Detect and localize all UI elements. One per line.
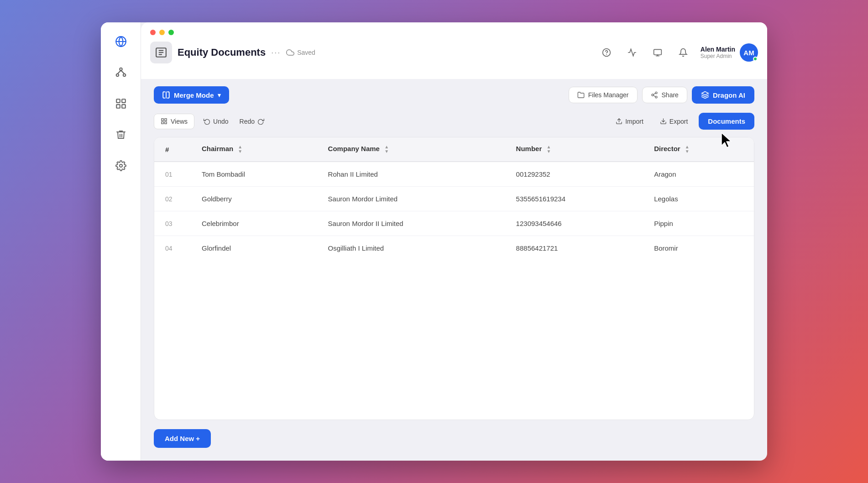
window-chrome: Equity Documents ··· Saved — [141, 22, 767, 79]
undo-label: Undo — [213, 118, 228, 125]
sort-icon-company: ▲▼ — [384, 145, 389, 154]
merge-mode-label: Merge Mode — [174, 91, 214, 99]
svg-rect-9 — [116, 105, 120, 108]
svg-point-11 — [120, 164, 122, 167]
table: # Chairman ▲▼ Company Name ▲▼ Number — [154, 137, 754, 260]
cell-director: Pippin — [643, 211, 754, 236]
export-icon — [660, 118, 667, 125]
activity-button[interactable] — [624, 44, 640, 61]
sort-icon-number: ▲▼ — [546, 145, 551, 154]
sort-icon-director: ▲▼ — [685, 145, 690, 154]
cell-number: 001292352 — [505, 162, 643, 187]
main-content: Equity Documents ··· Saved — [141, 22, 767, 461]
views-button[interactable]: Views — [154, 114, 194, 129]
undo-icon — [204, 118, 210, 125]
svg-rect-18 — [654, 49, 661, 55]
cell-number: 123093454646 — [505, 211, 643, 236]
toolbar2-left: Views Undo Redo — [154, 114, 266, 129]
col-header-chairman[interactable]: Chairman ▲▼ — [191, 137, 317, 162]
cell-num: 01 — [154, 162, 191, 187]
svg-rect-8 — [122, 99, 125, 103]
share-button[interactable]: Share — [642, 87, 687, 103]
page-body: Merge Mode ▾ Files Manager — [141, 79, 767, 461]
sidebar-item-globe[interactable] — [111, 31, 131, 52]
sidebar — [101, 22, 141, 461]
toolbar-right: Files Manager Share — [569, 86, 754, 104]
header-left: Equity Documents ··· Saved — [150, 42, 315, 63]
redo-button[interactable]: Redo — [238, 115, 266, 128]
redo-label: Redo — [240, 118, 255, 125]
header-right: Alen Martin Super Admin AM — [598, 43, 758, 62]
views-label: Views — [171, 118, 188, 125]
import-button[interactable]: Import — [610, 114, 649, 129]
save-status: Saved — [286, 48, 315, 57]
cell-number: 88856421721 — [505, 236, 643, 261]
col-header-number[interactable]: Number ▲▼ — [505, 137, 643, 162]
help-button[interactable] — [598, 44, 615, 61]
cell-chairman: Tom Bombadil — [191, 162, 317, 187]
table-row: 02 Goldberry Sauron Mordor Limited 53556… — [154, 187, 754, 211]
redo-icon — [257, 118, 264, 125]
cell-number: 5355651619234 — [505, 187, 643, 211]
export-button[interactable]: Export — [654, 114, 693, 129]
col-header-company[interactable]: Company Name ▲▼ — [317, 137, 505, 162]
avatar[interactable]: AM — [740, 43, 758, 62]
documents-button[interactable]: Documents — [699, 113, 754, 130]
chevron-down-icon: ▾ — [218, 92, 221, 99]
cell-director: Aragon — [643, 162, 754, 187]
files-manager-button[interactable]: Files Manager — [569, 87, 638, 103]
avatar-initials: AM — [743, 49, 754, 57]
saved-label: Saved — [297, 49, 315, 56]
table-row: 01 Tom Bombadil Rohan II Limited 0012923… — [154, 162, 754, 187]
user-details: Alen Martin Super Admin — [701, 46, 735, 59]
header-more-button[interactable]: ··· — [271, 48, 281, 58]
svg-line-6 — [121, 70, 125, 74]
svg-line-5 — [117, 70, 121, 74]
undo-button[interactable]: Undo — [202, 115, 230, 128]
dragon-ai-button[interactable]: Dragon AI — [692, 86, 754, 104]
user-info: Alen Martin Super Admin AM — [701, 43, 758, 62]
cell-num: 03 — [154, 211, 191, 236]
cell-chairman: Goldberry — [191, 187, 317, 211]
cell-company: Rohan II Limited — [317, 162, 505, 187]
cell-num: 04 — [154, 236, 191, 261]
screen-button[interactable] — [649, 44, 666, 61]
svg-rect-7 — [116, 99, 120, 103]
sidebar-item-trash[interactable] — [111, 125, 131, 145]
files-manager-label: Files Manager — [588, 91, 629, 99]
notification-button[interactable] — [675, 44, 691, 61]
folder-icon — [577, 91, 585, 99]
user-name: Alen Martin — [701, 46, 735, 53]
svg-rect-30 — [165, 122, 167, 124]
dragon-ai-label: Dragon AI — [713, 91, 745, 99]
add-new-button[interactable]: Add New + — [154, 429, 211, 448]
doc-icon — [150, 42, 172, 63]
col-header-director[interactable]: Director ▲▼ — [643, 137, 754, 162]
svg-rect-28 — [165, 119, 167, 121]
cell-chairman: Glorfindel — [191, 236, 317, 261]
cloud-icon — [286, 48, 294, 57]
table-body: 01 Tom Bombadil Rohan II Limited 0012923… — [154, 162, 754, 260]
documents-label: Documents — [708, 117, 745, 125]
sort-icon-chairman: ▲▼ — [238, 145, 242, 154]
dot-close[interactable] — [150, 30, 156, 35]
merge-mode-button[interactable]: Merge Mode ▾ — [154, 86, 229, 104]
merge-icon — [162, 91, 170, 99]
app-header: Equity Documents ··· Saved — [150, 42, 758, 63]
dot-minimize[interactable] — [159, 30, 165, 35]
toolbar2-right: Import Export Documents — [610, 113, 754, 130]
data-table: # Chairman ▲▼ Company Name ▲▼ Number — [154, 137, 754, 420]
sidebar-item-nodes[interactable] — [111, 63, 131, 83]
export-label: Export — [669, 118, 688, 125]
dot-maximize[interactable] — [168, 30, 174, 35]
views-icon — [161, 118, 167, 125]
sidebar-item-settings[interactable] — [111, 156, 131, 176]
cell-company: Sauron Mordor II Limited — [317, 211, 505, 236]
table-row: 04 Glorfindel Osgilliath I Limited 88856… — [154, 236, 754, 261]
secondary-toolbar: Views Undo Redo — [154, 113, 754, 130]
cell-chairman: Celebrimbor — [191, 211, 317, 236]
svg-rect-27 — [162, 119, 163, 121]
dragon-icon — [701, 91, 709, 99]
cell-company: Sauron Mordor Limited — [317, 187, 505, 211]
sidebar-item-grid[interactable] — [111, 94, 131, 114]
